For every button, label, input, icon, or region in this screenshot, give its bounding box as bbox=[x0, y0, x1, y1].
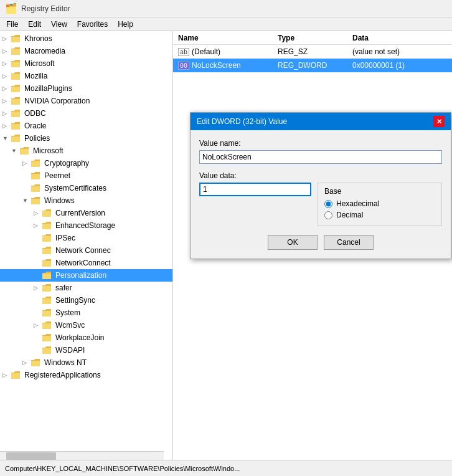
value-name-input[interactable] bbox=[199, 150, 442, 164]
menu-help[interactable]: Help bbox=[114, 19, 137, 30]
menu-favorites[interactable]: Favorites bbox=[73, 19, 111, 30]
status-bar: Computer\HKEY_LOCAL_MACHINE\SOFTWARE\Pol… bbox=[0, 460, 452, 476]
radio-hexadecimal-row: Hexadecimal bbox=[324, 199, 435, 208]
base-title: Base bbox=[324, 187, 435, 196]
value-data-label: Value data: bbox=[199, 171, 442, 180]
base-group: Base Hexadecimal Decimal bbox=[318, 183, 442, 226]
decimal-radio[interactable] bbox=[324, 211, 332, 219]
value-data-input[interactable] bbox=[199, 183, 311, 196]
menu-file[interactable]: File bbox=[2, 19, 22, 30]
menu-edit[interactable]: Edit bbox=[24, 19, 45, 30]
menu-bar: File Edit View Favorites Help bbox=[0, 17, 452, 31]
dialog-title: Edit DWORD (32-bit) Value bbox=[197, 117, 287, 126]
cancel-button[interactable]: Cancel bbox=[324, 235, 374, 250]
main-content: ▷ Khronos ▷ Macromedia ▷ Micr bbox=[0, 31, 452, 460]
dialog-buttons: OK Cancel bbox=[199, 235, 442, 252]
hexadecimal-label: Hexadecimal bbox=[336, 199, 379, 208]
app-icon: 🗂️ bbox=[5, 2, 17, 14]
radio-decimal-row: Decimal bbox=[324, 211, 435, 219]
value-row: Base Hexadecimal Decimal bbox=[199, 183, 442, 226]
dialog-titlebar: Edit DWORD (32-bit) Value ✕ bbox=[191, 113, 451, 130]
value-name-label: Value name: bbox=[199, 139, 442, 148]
decimal-label: Decimal bbox=[336, 211, 363, 219]
status-text: Computer\HKEY_LOCAL_MACHINE\SOFTWARE\Pol… bbox=[5, 465, 240, 472]
hexadecimal-radio[interactable] bbox=[324, 200, 332, 208]
menu-view[interactable]: View bbox=[47, 19, 71, 30]
window-title: Registry Editor bbox=[21, 4, 70, 13]
ok-button[interactable]: OK bbox=[268, 235, 318, 250]
dialog-close-button[interactable]: ✕ bbox=[433, 116, 445, 127]
edit-dword-dialog: Edit DWORD (32-bit) Value ✕ Value name: … bbox=[190, 112, 451, 259]
dialog-body: Value name: Value data: Base Hexadecimal… bbox=[191, 130, 451, 259]
title-bar: 🗂️ Registry Editor bbox=[0, 0, 452, 17]
dialog-overlay: Edit DWORD (32-bit) Value ✕ Value name: … bbox=[0, 31, 452, 460]
